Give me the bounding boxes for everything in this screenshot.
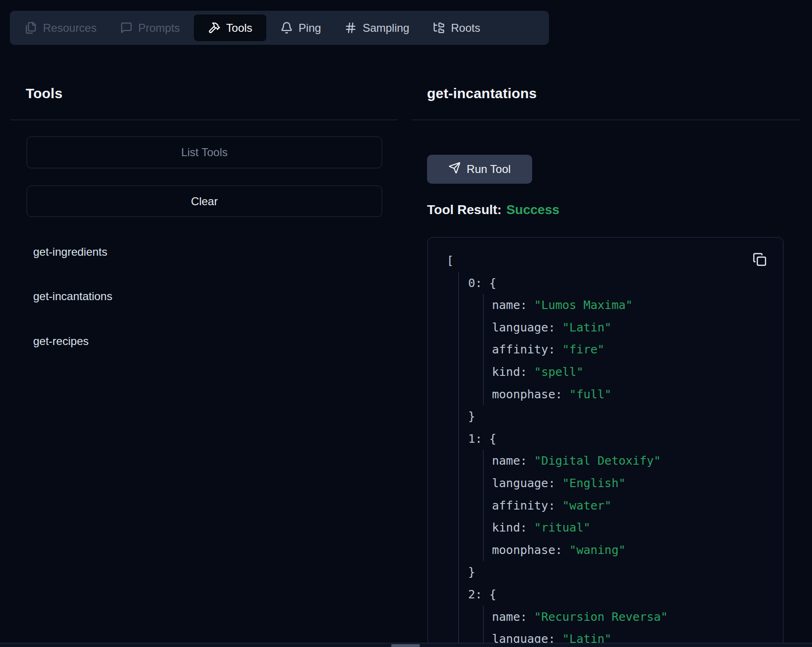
json-row: affinity: "water": [492, 495, 755, 517]
run-tool-label: Run Tool: [467, 163, 511, 176]
tab-sampling[interactable]: Sampling: [335, 14, 419, 41]
tab-label: Prompts: [138, 22, 180, 35]
horizontal-scrollbar-thumb[interactable]: [391, 644, 420, 647]
clear-button[interactable]: Clear: [27, 186, 382, 217]
json-row: language: "English": [492, 472, 755, 495]
tab-ping[interactable]: Ping: [271, 14, 330, 41]
tools-panel-title: Tools: [26, 86, 63, 101]
json-row: language: "Latin": [492, 316, 755, 339]
json-row: 2: {: [468, 583, 755, 606]
tool-list-item-get-ingredients[interactable]: get-ingredients: [33, 245, 107, 259]
copy-button[interactable]: [752, 252, 768, 268]
json-row: 0: {: [468, 272, 755, 295]
tool-result-json-panel: [0: {name: "Lumos Maxima"language: "Lati…: [427, 237, 784, 647]
tab-resources[interactable]: Resources: [15, 14, 106, 41]
json-row: [: [447, 250, 755, 272]
json-row: moonphase: "waning": [492, 539, 755, 561]
tool-result-line: Tool Result:Success: [427, 202, 559, 217]
horizontal-scrollbar[interactable]: [0, 643, 812, 647]
tab-tools[interactable]: Tools: [194, 14, 266, 41]
tool-list-item-get-recipes[interactable]: get-recipes: [33, 335, 89, 348]
tool-list-item-get-incantations[interactable]: get-incantations: [33, 290, 112, 303]
tab-prompts[interactable]: Prompts: [111, 14, 189, 41]
tab-label: Ping: [299, 22, 321, 35]
tool-result-status: Success: [506, 202, 560, 217]
tab-label: Tools: [226, 22, 252, 35]
json-row: affinity: "fire": [492, 338, 755, 361]
json-row: name: "Lumos Maxima": [492, 294, 755, 316]
send-icon: [449, 162, 461, 177]
tab-label: Resources: [43, 22, 97, 35]
selected-tool-title: get-incantations: [427, 86, 537, 101]
tool-result-label: Tool Result:: [427, 202, 502, 217]
json-row: }: [468, 561, 755, 583]
json-row: name: "Recursion Reversa": [492, 606, 755, 628]
hammer-icon: [208, 22, 221, 34]
copy-icon: [753, 261, 767, 268]
tab-roots[interactable]: Roots: [423, 14, 490, 41]
right-panel-divider: [412, 120, 800, 120]
mcp-inspector-app: ResourcesPromptsToolsPingSamplingRoots T…: [0, 0, 812, 647]
tab-bar: ResourcesPromptsToolsPingSamplingRoots: [10, 11, 549, 45]
run-tool-button[interactable]: Run Tool: [427, 155, 532, 184]
json-result-tree: [0: {name: "Lumos Maxima"language: "Lati…: [428, 237, 783, 647]
list-tools-button[interactable]: List Tools: [27, 137, 382, 168]
hash-icon: [344, 22, 357, 34]
message-square-icon: [120, 22, 133, 34]
folder-tree-icon: [433, 22, 445, 34]
json-row: name: "Digital Detoxify": [492, 450, 755, 472]
files-icon: [25, 22, 37, 34]
tab-label: Sampling: [363, 22, 409, 35]
json-row: 1: {: [468, 428, 755, 450]
bell-icon: [280, 22, 293, 34]
json-row: }: [468, 405, 755, 428]
json-row: kind: "ritual": [492, 517, 755, 539]
tab-label: Roots: [451, 22, 480, 35]
json-row: moonphase: "full": [492, 383, 755, 406]
left-panel-divider: [10, 120, 398, 120]
json-row: kind: "spell": [492, 361, 755, 383]
